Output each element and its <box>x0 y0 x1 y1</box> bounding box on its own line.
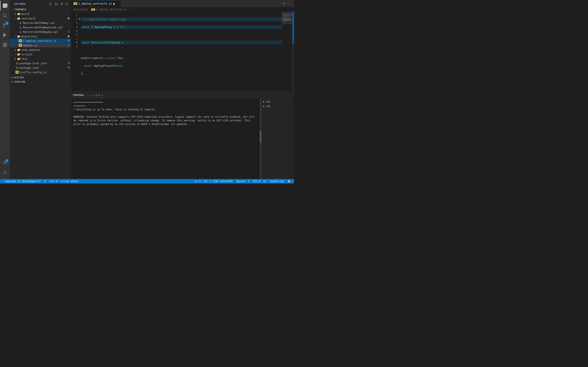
tree-arrow-node-modules: ▶ <box>14 48 17 51</box>
spaces-label: Spaces: 2 <box>236 180 250 183</box>
position-label: Ln 9, Col 1 (328 selected) <box>195 180 233 183</box>
terminal-more-button[interactable]: ··· <box>86 93 92 97</box>
status-bar-right: Ln 9, Col 1 (328 selected) Spaces: 2 UTF… <box>193 180 292 183</box>
minimap <box>282 12 294 91</box>
sidebar-item-files[interactable] <box>0 1 10 11</box>
code-content[interactable]: 💡 // migrations/3_deploy_upg... const { … <box>79 12 282 91</box>
outline-section: ▶ OUTLINE ▶ TIMELINE <box>10 75 71 85</box>
tree-arrow-contracts: ▾ <box>14 17 17 20</box>
terminal-main[interactable]: ==================== ======== > Everythi… <box>71 99 260 179</box>
tree-arrow-migrations: ▾ <box>14 35 17 38</box>
timeline-header[interactable]: ▶ TIMELINE <box>10 80 71 84</box>
terminal-add-button[interactable]: + <box>93 93 95 97</box>
tab-layout-button[interactable]: ⊡ <box>283 2 285 6</box>
tree-label-test: test <box>21 57 69 60</box>
new-file-button[interactable]: 🗋 <box>48 2 53 6</box>
code-line-9 <box>81 79 282 83</box>
tree-item-monsters1[interactable]: ◈ MonstersOnTheWay.sol <box>10 21 71 25</box>
tree-item-migrations[interactable]: ▾ 📂 migrations <box>10 34 71 39</box>
tree-item-test[interactable]: ▶ 📁 test <box>10 57 71 61</box>
main-area: 5 <box>0 0 294 179</box>
status-liveshare[interactable]: ► Live Share <box>60 179 80 184</box>
tree-label-node-modules: node_modules <box>21 48 69 51</box>
source-control-activity-icon[interactable]: 5 <box>0 20 10 30</box>
terminal-maximize-button[interactable]: ∧ <box>98 93 100 97</box>
breadcrumb-migrations[interactable]: migrations <box>73 8 88 11</box>
editor-area: JS 2_deploy_contracts.js ● ✕ ⊡ ··· migra… <box>71 0 294 179</box>
line-numbers: 1 2 3 4 5 6 7 8 9 <box>71 12 79 91</box>
refresh-button[interactable]: ⟳ <box>60 2 64 6</box>
run-debug-activity-icon[interactable] <box>0 30 10 40</box>
tree-label-migrations: migrations <box>21 35 68 38</box>
tree-item-contracts[interactable]: ▾ 📂 contracts <box>10 16 71 21</box>
error-count: 0 <box>52 180 53 183</box>
tree-arrow-scripts: ▾ <box>14 53 17 56</box>
tree-item-deploy-contracts[interactable]: JS 2_deploy_contracts.js M <box>10 39 71 43</box>
tree-item-monsters2[interactable]: ◈ MonstersOnTheWayCards.sol <box>10 25 71 30</box>
error-icon: ⊘ <box>49 180 51 183</box>
outline-header[interactable]: ▶ OUTLINE <box>10 75 71 80</box>
terminal-scrollbar-thumb <box>260 131 261 143</box>
tab-label: 2_deploy_contracts.js <box>78 2 112 5</box>
tree-arrow-test: ▶ <box>14 57 17 60</box>
tree-item-update[interactable]: JS update.js U <box>10 43 71 48</box>
encoding-label: UTF-8 <box>253 180 260 183</box>
settings-activity-icon[interactable] <box>0 167 10 177</box>
terminal-scrollbar[interactable] <box>260 99 261 179</box>
status-branch[interactable]: ⑂ Upgrade_V2_OpenZeppelin* <box>2 179 43 184</box>
contracts-dot <box>68 17 69 19</box>
search-activity-icon[interactable] <box>0 11 10 20</box>
breadcrumb-sep1: › <box>89 8 90 11</box>
tree-item-truffle-config[interactable]: JS truffle-config.js <box>10 70 71 75</box>
tree-item-build[interactable]: ▶ 📁 build <box>10 12 71 16</box>
status-encoding[interactable]: UTF-8 <box>251 180 262 183</box>
svg-marker-6 <box>3 33 6 37</box>
tree-item-node-modules[interactable]: ▶ 📁 node_modules <box>10 48 71 52</box>
js-icon-update: JS <box>19 44 22 47</box>
code-line-6: module.exports = async fun... <box>81 56 282 60</box>
status-position[interactable]: Ln 9, Col 1 (328 selected) <box>193 180 234 183</box>
tree-item-package-lock[interactable]: {} package-lock.json M <box>10 61 71 66</box>
tree-item-scripts[interactable]: ▾ 📂 scripts <box>10 52 71 57</box>
code-line-8: }; <box>81 72 282 75</box>
tab-more-button[interactable]: ··· <box>286 2 292 6</box>
badge-update: U <box>66 44 69 47</box>
accounts-activity-icon[interactable]: 1 <box>0 158 10 167</box>
collapse-all-button[interactable]: ⊟ <box>65 2 69 6</box>
json-icon-package-lock: {} <box>16 62 19 65</box>
terminal-tab-1[interactable]: ▶ zsh <box>261 100 294 104</box>
terminal-header: TERMINAL ··· + ∨ ∧ ✕ <box>71 92 294 99</box>
new-folder-button[interactable]: 🗀 <box>54 2 59 6</box>
svg-rect-8 <box>5 43 7 45</box>
sidebar: EXPLORER 🗋 🗀 ⟳ ⊟ ▾ TOKENBSC ▶ 📁 <box>10 0 71 179</box>
tree-item-package-json[interactable]: {} package.json M <box>10 66 71 70</box>
breadcrumb-js-badge: JS <box>91 8 95 11</box>
status-bell[interactable]: 🔔 <box>286 180 292 183</box>
breadcrumb-more[interactable]: ... <box>130 8 134 11</box>
terminal-tab-2[interactable]: ▶ zsh <box>261 104 294 108</box>
timeline-arrow: ▶ <box>11 81 13 83</box>
tree-label-monsters3: MonstersOnTheWayUp.sol <box>23 30 66 33</box>
status-eol[interactable]: LF <box>262 180 268 183</box>
terminal-collapse-button[interactable]: ∨ <box>95 93 98 97</box>
sol-icon-1: ◈ <box>19 21 22 25</box>
branch-label: Upgrade_V2_OpenZeppelin* <box>6 180 41 183</box>
folder-icon-build: 📁 <box>17 12 20 16</box>
bell-icon: 🔔 <box>288 180 291 183</box>
tree-label-update: update.js <box>23 44 66 47</box>
code-editor: 1 2 3 4 5 6 7 8 9 💡 // migrations/3_depl… <box>71 12 294 91</box>
tree-item-root[interactable]: ▾ TOKENBSC <box>10 7 71 12</box>
status-language[interactable]: JavaScript <box>268 180 286 183</box>
status-spaces[interactable]: Spaces: 2 <box>234 180 251 183</box>
breadcrumb-filename[interactable]: 2_deploy_contracts.js <box>96 8 127 11</box>
svg-point-3 <box>3 26 4 27</box>
extensions-activity-icon[interactable] <box>0 40 10 50</box>
tree-item-monsters3[interactable]: ◈ MonstersOnTheWayUp.sol U <box>10 30 71 34</box>
status-errors[interactable]: ⊘ 0 △ 0 <box>48 179 60 184</box>
terminal-close-button[interactable]: ✕ <box>101 93 103 97</box>
migrations-dot <box>68 35 69 37</box>
code-line-4: const MonstersOnTheWayUp = ... <box>81 41 282 44</box>
tab-deploy-contracts[interactable]: JS 2_deploy_contracts.js ● ✕ <box>71 0 121 7</box>
terminal-run-icon-2: ▶ <box>263 105 265 108</box>
status-sync[interactable]: ⟳ <box>43 179 48 184</box>
